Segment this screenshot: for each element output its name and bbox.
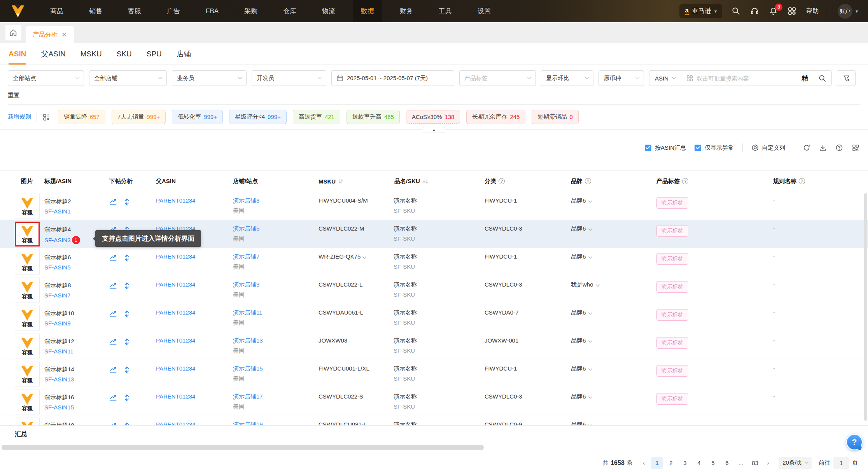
drilldown-icon[interactable] [123,366,131,374]
reset-button[interactable]: 重置 [8,92,19,98]
shop-link[interactable]: 演示店铺5 [233,225,259,232]
page-button[interactable]: 2 [665,457,677,469]
account-menu[interactable]: 账户 ▾ [838,4,858,19]
product-tag-pill[interactable]: 演示标签 [656,393,688,405]
salesman-select[interactable]: 业务员 [172,70,247,86]
shop-link[interactable]: 演示店铺3 [233,197,259,204]
product-tag-select[interactable]: 产品标签 [459,70,536,86]
product-image[interactable]: 赛狐 [15,250,40,274]
drilldown-icon[interactable] [123,394,131,402]
product-image[interactable]: 赛狐 [15,278,40,302]
prev-page-button[interactable]: ‹ [640,459,648,467]
nav-item[interactable]: 广告 [159,0,188,22]
apps-grid-icon[interactable] [788,7,797,16]
brand-caret-icon[interactable] [588,339,592,343]
product-tag-pill[interactable]: 演示标签 [656,225,688,237]
notification-bell-icon[interactable]: 8 [769,7,778,16]
product-image[interactable]: 赛狐 [15,194,40,219]
parent-asin-link[interactable]: PARENT01234 [156,365,195,372]
exact-match-toggle[interactable]: 精 [797,74,813,83]
asin-link[interactable]: SF-ASIN5 [44,264,71,271]
asin-link[interactable]: SF-ASIN1 [44,208,71,215]
trend-chart-icon[interactable] [109,254,117,262]
product-title[interactable]: 演示标题16 [44,393,103,402]
asin-link[interactable]: SF-ASIN3 [44,237,71,243]
nav-item[interactable]: 财务 [392,0,421,22]
asin-link[interactable]: SF-ASIN9 [44,320,71,327]
page-button[interactable]: 1 [651,457,663,469]
rule-badge[interactable]: 退款率升高 465 [346,110,400,124]
horizontal-scrollbar[interactable] [2,445,484,450]
product-title[interactable]: 演示标题2 [44,197,103,206]
rule-badge[interactable]: 高退货率 421 [293,110,340,124]
headset-icon[interactable] [750,7,760,16]
rule-badge[interactable]: 短期滞销品 0 [532,110,578,124]
parent-asin-link[interactable]: PARENT01234 [156,253,195,260]
rule-badge[interactable]: 长期冗余库存 245 [466,110,525,124]
custom-columns-button[interactable]: 自定义列 [751,144,785,152]
trend-chart-icon[interactable] [109,198,117,206]
shop-link[interactable]: 演示店铺13 [233,337,263,344]
search-type-select[interactable]: ASIN [649,75,681,82]
brand-caret-icon[interactable] [588,311,592,315]
rule-badge[interactable]: 7天无销量 999+ [112,110,166,124]
shop-link[interactable]: 演示店铺7 [233,253,259,260]
product-title[interactable]: 演示标题14 [44,365,103,374]
dimension-tab[interactable]: 父ASIN [41,43,65,65]
product-tag-pill[interactable]: 演示标签 [656,197,688,209]
dimension-tab[interactable]: 店铺 [177,43,191,65]
nav-item[interactable]: 仓库 [275,0,304,22]
shop-link[interactable]: 演示店铺11 [233,309,262,316]
parent-asin-link[interactable]: PARENT01234 [156,309,195,316]
msku-caret-icon[interactable] [362,255,366,259]
vertical-scrollbar[interactable] [864,193,867,421]
parent-asin-link[interactable]: PARENT01234 [156,281,195,288]
asin-link[interactable]: SF-ASIN13 [44,376,74,383]
nav-item[interactable]: 商品 [42,0,72,22]
product-title[interactable]: 演示标题6 [44,253,103,262]
nav-item[interactable]: 物流 [314,0,343,22]
drilldown-icon[interactable] [123,254,131,262]
page-button[interactable]: 4 [693,457,705,469]
drilldown-icon[interactable] [123,338,131,346]
compare-select[interactable]: 显示环比 [541,70,593,86]
product-tag-pill[interactable]: 演示标签 [656,309,688,321]
product-tag-pill[interactable]: 演示标签 [656,337,688,349]
product-image[interactable]: 赛狐 [15,334,40,358]
asin-link[interactable]: SF-ASIN15 [44,404,74,411]
brand-caret-icon[interactable] [588,227,592,231]
product-title[interactable]: 演示标题12 [44,337,103,346]
shop-select[interactable]: 全部店铺 [89,70,167,86]
nav-item[interactable]: 设置 [469,0,499,22]
sort-list-icon[interactable] [422,178,428,184]
parent-asin-link[interactable]: PARENT01234 [156,337,195,344]
trend-chart-icon[interactable] [109,310,117,318]
page-button[interactable]: 6 [721,457,733,469]
floating-help-button[interactable]: ? [846,434,863,450]
nav-item[interactable]: FBA [198,0,227,22]
dimension-tab[interactable]: SPU [147,43,162,65]
page-button[interactable]: ... [735,457,747,469]
shop-link[interactable]: 演示店铺15 [233,365,263,372]
dimension-tab[interactable]: ASIN [9,43,26,65]
sort-icon[interactable] [338,178,344,184]
nav-item[interactable]: 客服 [120,0,149,22]
product-title[interactable]: 演示标题8 [44,281,103,290]
refresh-icon[interactable] [803,144,810,152]
help-circle-icon[interactable] [835,144,843,152]
parent-asin-link[interactable]: PARENT01234 [156,393,195,400]
shop-link[interactable]: 演示店铺9 [233,281,259,288]
marketplace-selector[interactable]: a 亚马逊 ▾ [679,4,722,18]
drilldown-icon[interactable] [123,422,131,425]
nav-item[interactable]: 数据 [353,0,382,22]
brand-caret-icon[interactable] [588,395,592,399]
parent-asin-link[interactable]: PARENT01234 [156,421,195,425]
trend-chart-icon[interactable] [109,366,117,374]
help-circle-icon[interactable]: ? [585,178,591,184]
page-size-select[interactable]: 20条/页 [779,457,812,469]
chart-layout-icon[interactable] [852,144,859,152]
product-title[interactable]: 演示标题18 [44,421,103,425]
product-title[interactable]: 演示标题10 [44,309,103,318]
nav-item[interactable]: 工具 [430,0,460,22]
page-button[interactable]: 5 [707,457,719,469]
